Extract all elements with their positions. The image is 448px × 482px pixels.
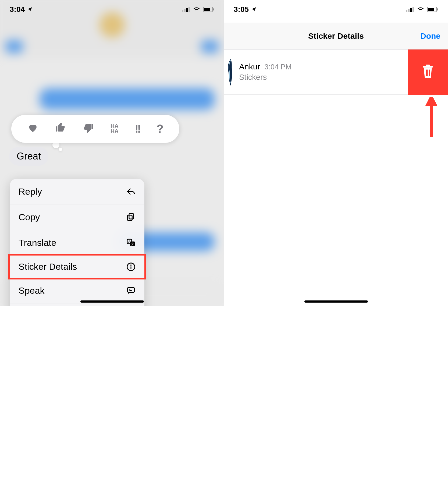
svg-rect-1	[184, 9, 186, 12]
reply-arrow-icon	[126, 187, 136, 196]
location-arrow-icon	[27, 6, 33, 12]
done-button[interactable]: Done	[420, 31, 440, 41]
message-bubble[interactable]: Great	[9, 147, 48, 166]
home-indicator[interactable]	[304, 300, 368, 303]
cellular-signal-icon	[406, 7, 414, 12]
reaction-haha-icon[interactable]: HAHA	[110, 124, 118, 134]
sticker-row[interactable]: Ankur 3:04 PM Stickers	[224, 49, 448, 95]
cellular-signal-icon	[182, 7, 190, 12]
svg-text:文: 文	[131, 242, 134, 246]
menu-reply[interactable]: Reply	[10, 179, 144, 204]
svg-rect-32	[426, 69, 427, 76]
context-menu: Reply Copy Translate A文 Sticker Details …	[10, 179, 144, 306]
svg-point-15	[131, 265, 131, 265]
screen-right-sticker-details: 3:05 Sticker Details Done Ankur	[224, 0, 448, 306]
annotation-arrow-icon	[425, 97, 437, 138]
location-arrow-icon	[251, 6, 257, 12]
sticker-thumbnail-icon	[225, 55, 236, 90]
sticker-meta: Ankur 3:04 PM Stickers	[236, 62, 408, 82]
sticker-details-header: Sticker Details Done	[224, 23, 448, 49]
svg-rect-29	[437, 8, 438, 10]
menu-speak[interactable]: Speak	[10, 278, 144, 303]
delete-sticker-button[interactable]	[408, 49, 448, 95]
svg-rect-31	[426, 65, 430, 66]
svg-rect-24	[408, 9, 410, 12]
wifi-icon	[193, 7, 200, 12]
reaction-question-icon[interactable]: ?	[156, 122, 163, 136]
svg-rect-3	[189, 7, 190, 12]
copy-icon	[126, 212, 136, 222]
wifi-icon	[417, 7, 424, 12]
svg-rect-25	[410, 8, 412, 12]
sticker-sender-name: Ankur	[239, 62, 260, 71]
sticker-time: 3:04 PM	[264, 63, 291, 71]
menu-speak-label: Speak	[19, 285, 44, 296]
reaction-thumbs-up-icon[interactable]	[55, 122, 66, 136]
header-title: Sticker Details	[308, 31, 364, 41]
svg-rect-6	[213, 8, 214, 10]
svg-rect-34	[429, 69, 430, 76]
battery-icon	[203, 7, 214, 12]
home-indicator[interactable]	[80, 300, 144, 303]
reaction-heart-icon[interactable]	[27, 122, 38, 136]
svg-rect-33	[427, 69, 428, 76]
reaction-thumbs-down-icon[interactable]	[83, 122, 94, 136]
translate-icon: A文	[126, 238, 136, 247]
message-text: Great	[17, 151, 41, 162]
svg-rect-8	[127, 215, 132, 221]
status-time: 3:04	[10, 5, 25, 14]
reaction-bar: HAHA !! ?	[11, 115, 179, 143]
status-bar: 3:05	[224, 0, 448, 19]
svg-rect-28	[428, 8, 434, 11]
menu-sticker-details[interactable]: Sticker Details	[8, 254, 146, 279]
screen-left-messages: 3:04 HAHA !! ?	[0, 0, 224, 306]
svg-rect-23	[406, 10, 407, 12]
svg-rect-30	[423, 66, 433, 68]
menu-reply-label: Reply	[19, 186, 42, 197]
svg-rect-7	[129, 214, 134, 219]
svg-text:A: A	[128, 240, 130, 243]
status-time: 3:05	[234, 5, 249, 14]
menu-more[interactable]: More...	[10, 303, 144, 306]
status-bar: 3:04	[0, 0, 224, 19]
sticker-source: Stickers	[239, 73, 408, 82]
speak-bubble-icon	[126, 286, 136, 295]
menu-translate-label: Translate	[19, 238, 56, 248]
trash-icon	[422, 65, 434, 80]
battery-icon	[427, 7, 438, 12]
svg-rect-2	[186, 8, 188, 12]
menu-translate[interactable]: Translate A文	[10, 230, 144, 256]
menu-sticker-details-label: Sticker Details	[19, 261, 77, 272]
info-circle-icon	[126, 262, 136, 272]
svg-rect-0	[182, 10, 183, 12]
menu-copy-label: Copy	[19, 212, 40, 222]
svg-rect-16	[127, 288, 134, 292]
reaction-exclaim-icon[interactable]: !!	[135, 123, 140, 135]
menu-copy[interactable]: Copy	[10, 204, 144, 230]
svg-rect-5	[204, 8, 210, 11]
svg-rect-26	[413, 7, 414, 12]
